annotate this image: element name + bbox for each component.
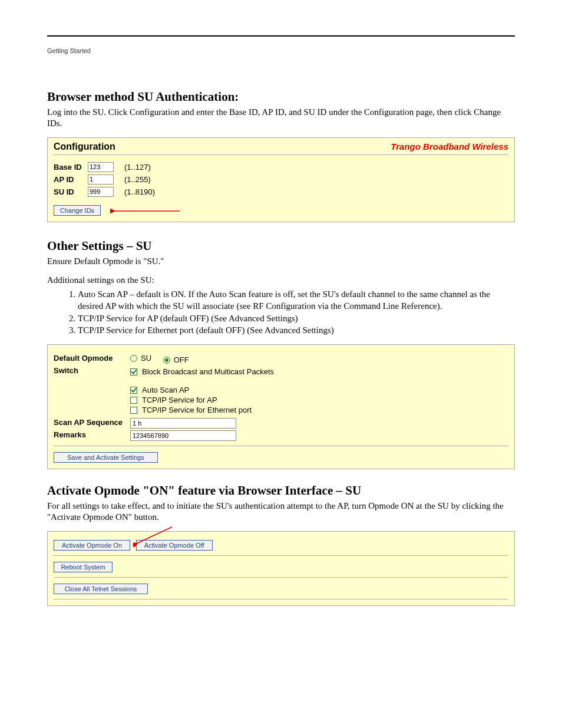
close-telnet-button[interactable]: Close All Telnet Sessions (54, 584, 148, 594)
annotation-arrow-icon (110, 207, 181, 215)
base-id-input[interactable] (88, 162, 114, 172)
activate-opmode-on-button[interactable]: Activate Opmode On (54, 540, 130, 551)
switch-label: Switch (54, 366, 130, 375)
checkbox-icon (130, 387, 137, 394)
brand-label: Trango Broadband Wireless (391, 141, 508, 151)
su-id-range: (1..8190) (124, 187, 155, 196)
annotation-arrow-icon (133, 526, 174, 547)
scan-ap-seq-input[interactable] (130, 418, 236, 429)
checkbox-icon (130, 407, 137, 414)
ap-id-range: (1..255) (124, 175, 151, 184)
change-ids-button[interactable]: Change IDs (54, 205, 101, 216)
radio-su-label: SU (141, 354, 151, 363)
configuration-panel: Configuration Trango Broadband Wireless … (47, 137, 515, 222)
radio-su[interactable]: SU (130, 354, 151, 363)
base-id-label: Base ID (54, 163, 88, 172)
radio-icon (130, 355, 137, 362)
checkbox-tcpip-eth[interactable]: TCP/IP Service for Ethernet port (130, 406, 508, 414)
checkbox-label: TCP/IP Service for AP (142, 396, 217, 404)
switch-settings-panel: Default Opmode SU OFF Switch Block Broad… (47, 344, 515, 469)
svg-line-1 (137, 527, 172, 543)
checkbox-label: Auto Scan AP (142, 386, 189, 394)
checkbox-tcpip-ap[interactable]: TCP/IP Service for AP (130, 396, 508, 404)
checkbox-icon (130, 397, 137, 404)
section3-body: For all settings to take effect, and to … (47, 500, 515, 523)
ap-id-label: AP ID (54, 175, 88, 184)
checkbox-label: Block Broadcast and Multicast Packets (142, 367, 274, 376)
base-id-range: (1..127) (124, 163, 151, 172)
checkbox-icon (130, 368, 137, 375)
list-item: TCP/IP Service for Ethernet port (defaul… (78, 324, 515, 336)
running-header: Getting Started (47, 47, 515, 54)
opmode-actions-panel: Activate Opmode On Activate Opmode Off R… (47, 531, 515, 606)
radio-off[interactable]: OFF (163, 355, 189, 364)
save-activate-button[interactable]: Save and Activate Settings (54, 452, 158, 463)
scan-ap-seq-label: Scan AP Sequence (54, 418, 130, 427)
list-item: TCP/IP Service for AP (default OFF) (See… (78, 312, 515, 324)
su-id-input[interactable] (88, 187, 114, 197)
section2-list-intro: Additional settings on the SU: (47, 275, 515, 286)
su-id-label: SU ID (54, 187, 88, 196)
ap-id-input[interactable] (88, 174, 114, 185)
remarks-label: Remarks (54, 430, 130, 439)
radio-icon (163, 357, 170, 364)
checkbox-auto-scan[interactable]: Auto Scan AP (130, 386, 508, 394)
panel-title: Configuration (54, 141, 115, 152)
section1-title: Browser method SU Authentication: (47, 90, 515, 104)
section2-heading: Other Settings – SU (47, 239, 515, 253)
section1-desc: Log into the SU. Click Configuration and… (47, 107, 515, 129)
default-opmode-label: Default Opmode (54, 354, 130, 363)
reboot-system-button[interactable]: Reboot System (54, 562, 113, 572)
section3-heading: Activate Opmode "ON" feature via Browser… (47, 483, 515, 498)
checkbox-block-broadcast[interactable]: Block Broadcast and Multicast Packets (130, 367, 508, 376)
remarks-input[interactable] (130, 430, 236, 441)
radio-off-label: OFF (174, 355, 189, 364)
section2-intro: Ensure Default Opmode is "SU." (47, 256, 515, 267)
section2-list: Auto Scan AP – default is ON. If the Aut… (60, 288, 515, 336)
checkbox-label: TCP/IP Service for Ethernet port (142, 406, 252, 414)
list-item: Auto Scan AP – default is ON. If the Aut… (78, 288, 515, 312)
